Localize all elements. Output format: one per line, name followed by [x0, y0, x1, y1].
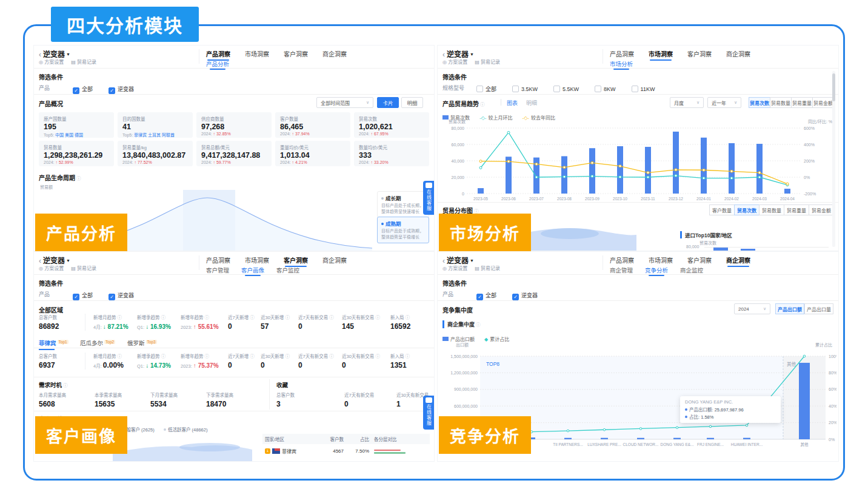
legend-item-较去年同比[interactable]: -◇-较去年同比	[522, 115, 555, 121]
filter-option-全部[interactable]: 全部	[476, 86, 496, 92]
trade-records-link[interactable]: ▤ 贸易记录	[71, 59, 96, 65]
country-tab-underline	[39, 349, 55, 350]
main-tab-产品洞察[interactable]: 产品洞察	[206, 255, 230, 265]
filter-option-逆变器[interactable]: ✓逆变器	[512, 292, 538, 299]
trend-view-明细[interactable]: 明细	[526, 99, 537, 107]
panel-back-title[interactable]: ‹逆变器▼	[442, 255, 474, 265]
trend-metric-贸易金额[interactable]: 贸易金额	[812, 97, 834, 108]
main-tab-产品洞察[interactable]: 产品洞察	[610, 255, 634, 265]
main-tab-商企洞察[interactable]: 商企洞察	[726, 255, 750, 265]
main-tab-产品洞察[interactable]: 产品洞察	[206, 49, 230, 58]
panel-back-title[interactable]: ‹逆变器▼	[39, 255, 70, 265]
panel-back-title[interactable]: ‹逆变器▼	[442, 49, 474, 59]
card-top5-links[interactable]: 中国 美国 德国	[55, 133, 83, 137]
main-tab-客户洞察[interactable]: 客户洞察	[284, 49, 308, 58]
scheme-settings-link[interactable]: ◎ 方案设置	[39, 266, 64, 271]
country-tab-菲律宾[interactable]: 菲律宾Top1	[39, 339, 68, 347]
main-tab-客户洞察[interactable]: 客户洞察	[687, 49, 712, 58]
main-tab-市场洞察[interactable]: 市场洞察	[649, 49, 673, 58]
panel-back-title[interactable]: ‹逆变器▼	[39, 49, 70, 59]
dist-metric-贸易次数[interactable]: 贸易次数	[734, 204, 760, 215]
filter-option-全部[interactable]: ✓全部	[73, 86, 93, 92]
conc-metric-产品出口额[interactable]: 产品出口额	[775, 303, 804, 314]
card-label: 原产国数量	[44, 115, 109, 122]
info-icon: ⓘ	[475, 322, 481, 328]
checkbox-checked-icon[interactable]: ✓	[109, 294, 115, 300]
trend-select-近一年[interactable]: 近一年∨	[707, 97, 741, 108]
filter-option-逆变器[interactable]: ✓逆变器	[109, 292, 134, 299]
filter-option-全部[interactable]: ✓全部	[476, 292, 496, 299]
checkbox-unchecked-icon[interactable]	[553, 86, 560, 92]
value-legend-低活跃客户[interactable]: 低活跃客户 (48662)	[164, 426, 207, 433]
trade-records-link[interactable]: ▤ 贸易记录	[71, 266, 96, 271]
metric-新增月趋势: 新增月趋势 ⓘ4月: ↓ 87.21%	[93, 314, 137, 331]
trend-metric-贸易数量[interactable]: 贸易数量	[770, 97, 792, 108]
checkbox-checked-icon[interactable]: ✓	[512, 294, 519, 300]
dist-metric-客户数量[interactable]: 客户数量	[709, 204, 735, 215]
scheme-settings-link[interactable]: ◎ 方案设置	[39, 59, 64, 65]
checkbox-unchecked-icon[interactable]	[512, 86, 519, 92]
dist-metric-贸易金额[interactable]: 贸易金额	[809, 204, 834, 215]
main-tab-商企洞察[interactable]: 商企洞察	[726, 49, 750, 58]
scheme-settings-link[interactable]: ◎ 方案设置	[442, 266, 467, 271]
sub-tab-商企监控[interactable]: 商企监控	[680, 266, 703, 274]
checkbox-unchecked-icon[interactable]	[595, 86, 601, 92]
main-tab-产品洞察[interactable]: 产品洞察	[610, 49, 634, 58]
sub-tab-市场分析[interactable]: 市场分析	[610, 59, 633, 68]
chevron-down-icon: ∨	[734, 100, 737, 105]
time-range-select[interactable]: 全部时间范围∨	[316, 97, 373, 108]
main-tab-客户洞察[interactable]: 客户洞察	[687, 255, 712, 265]
trend-view-图表[interactable]: 图表	[507, 99, 518, 107]
conc-metric-产品出口量[interactable]: 产品出口量	[804, 303, 833, 314]
checkbox-checked-icon[interactable]: ✓	[476, 294, 483, 300]
country-tab-俄罗斯[interactable]: 俄罗斯Top3	[127, 339, 157, 347]
online-service-button[interactable]: 在线客服	[423, 181, 434, 215]
sub-tab-商企管理[interactable]: 商企管理	[610, 266, 633, 274]
trade-records-link[interactable]: ▤ 贸易记录	[475, 59, 500, 65]
filter-option-全部[interactable]: ✓全部	[73, 292, 93, 299]
sub-tab-客户管理[interactable]: 客户管理	[206, 266, 229, 274]
filter-option-5.5KW[interactable]: 5.5KW	[553, 86, 579, 92]
trade-records-link[interactable]: ▤ 贸易记录	[475, 266, 500, 271]
main-tab-市场洞察[interactable]: 市场洞察	[245, 49, 269, 58]
card-top5-links[interactable]: 菲律宾 土耳其 阿联酋	[134, 133, 175, 137]
checkbox-checked-icon[interactable]: ✓	[73, 294, 79, 300]
main-tab-商企洞察[interactable]: 商企洞察	[322, 255, 347, 265]
country-tab-厄瓜多尔[interactable]: 厄瓜多尔Top2	[80, 339, 115, 347]
dist-metric-贸易重量[interactable]: 贸易重量	[784, 204, 809, 215]
online-service-button[interactable]: 在线客服	[423, 396, 434, 430]
dist-metric-贸易数量[interactable]: 贸易数量	[759, 204, 784, 215]
table-row[interactable]: 1菲律宾45677.50%	[262, 444, 430, 457]
legend-item-累计占比[interactable]: ◆累计占比	[484, 337, 509, 342]
checkbox-unchecked-icon[interactable]	[632, 86, 638, 92]
sub-tab-客户画像[interactable]: 客户画像	[241, 266, 264, 274]
filter-option-3.5KW[interactable]: 3.5KW	[512, 86, 538, 92]
checkbox-checked-icon[interactable]: ✓	[73, 87, 79, 94]
main-tab-市场洞察[interactable]: 市场洞察	[649, 255, 673, 265]
filter-option-逆变器[interactable]: ✓逆变器	[109, 86, 134, 92]
view-button-明细[interactable]: 明细	[401, 97, 423, 108]
main-tab-市场洞察[interactable]: 市场洞察	[245, 255, 269, 265]
trend-select-月度[interactable]: 月度∨	[670, 97, 704, 108]
filter-option-11KW[interactable]: 11KW	[632, 86, 655, 92]
scheme-settings-link[interactable]: ◎ 方案设置	[442, 59, 467, 65]
import-axis-label: 贸易次数	[699, 240, 716, 246]
lifecycle-stage-成熟期[interactable]: 成熟期目标产品处于成熟期，整体趋势呈平稳增长	[377, 217, 429, 243]
favorite-value: 0	[344, 400, 405, 408]
view-button-卡片[interactable]: 卡片	[377, 97, 399, 108]
legend-item-较上月环比[interactable]: -◇-较上月环比	[479, 115, 512, 121]
main-tab-客户洞察[interactable]: 客户洞察	[284, 255, 308, 265]
sub-tab-竞争分析[interactable]: 竞争分析	[645, 266, 668, 274]
sub-tab-客户监控[interactable]: 客户监控	[276, 266, 299, 274]
lifecycle-stage-成长期[interactable]: 成长期目标产品处于成长期，整体趋势呈快速增长	[377, 191, 429, 218]
checkbox-checked-icon[interactable]: ✓	[109, 87, 115, 94]
sub-tab-产品分析[interactable]: 产品分析	[206, 59, 229, 68]
panel-scrollbar-thumb[interactable]	[832, 73, 835, 101]
checkbox-unchecked-icon[interactable]	[476, 86, 483, 92]
trend-metric-贸易重量[interactable]: 贸易重量	[791, 97, 813, 108]
main-tab-商企洞察[interactable]: 商企洞察	[322, 49, 347, 58]
title-sep	[501, 99, 501, 106]
trend-metric-贸易次数[interactable]: 贸易次数	[749, 97, 770, 108]
filter-option-8KW[interactable]: 8KW	[595, 86, 616, 92]
year-select[interactable]: 2024∨	[734, 303, 770, 314]
